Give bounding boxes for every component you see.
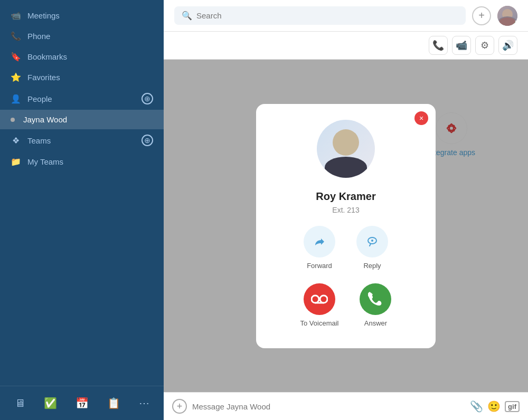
bookmarks-icon: 🔖 — [11, 52, 21, 62]
voicemail-action[interactable]: To Voicemail — [300, 283, 339, 327]
tasks-icon[interactable]: ✅ — [41, 394, 60, 413]
sidebar-item-jayna-wood[interactable]: Jayna Wood — [0, 110, 164, 129]
sidebar-item-label: Bookmarks — [27, 52, 153, 61]
phone-icon: 📞 — [11, 31, 21, 41]
add-teams-button[interactable]: ⊕ — [142, 135, 153, 146]
favorites-icon: ⭐ — [11, 72, 21, 82]
reply-label: Reply — [363, 262, 381, 270]
search-input[interactable] — [196, 11, 458, 20]
volume-button[interactable]: 🔊 — [498, 36, 517, 55]
sidebar-item-people[interactable]: 👤 People ⊕ — [0, 88, 164, 110]
caller-avatar — [317, 120, 375, 178]
volume-icon: 🔊 — [502, 40, 514, 51]
header: 🔍 + — [164, 0, 528, 32]
gif-button[interactable]: gif — [505, 401, 520, 412]
secondary-actions: Forward Reply — [304, 226, 388, 270]
svg-point-5 — [371, 240, 373, 242]
user-avatar[interactable] — [497, 6, 517, 26]
answer-label: Answer — [364, 319, 387, 327]
caller-ext: Ext. 213 — [332, 206, 359, 214]
sidebar: 📹 Meetings 📞 Phone 🔖 Bookmarks ⭐ Favorit… — [0, 0, 164, 420]
avatar-head — [333, 129, 359, 156]
files-icon[interactable]: 📋 — [104, 394, 124, 413]
sidebar-item-meetings[interactable]: 📹 Meetings — [0, 5, 164, 26]
answer-button[interactable] — [360, 283, 391, 315]
people-icon: 👤 — [11, 94, 21, 104]
sidebar-item-label: Teams — [27, 136, 135, 145]
message-add-button[interactable]: + — [172, 399, 187, 414]
call-button[interactable]: 📞 — [429, 36, 448, 55]
voicemail-label: To Voicemail — [300, 319, 339, 327]
message-bar: + 📎 🙂 gif — [164, 392, 528, 420]
contact-name: Jayna Wood — [23, 115, 153, 124]
calendar-icon[interactable]: 📅 — [72, 394, 92, 413]
sidebar-item-phone[interactable]: 📞 Phone — [0, 26, 164, 46]
meetings-icon: 📹 — [11, 11, 21, 21]
plus-icon: + — [478, 9, 485, 22]
emoji-icon[interactable]: 🙂 — [487, 400, 501, 413]
caller-name: Roy Kramer — [316, 190, 375, 203]
online-indicator — [512, 21, 517, 26]
attachment-icon[interactable]: 📎 — [470, 400, 483, 413]
answer-action[interactable]: Answer — [360, 283, 391, 327]
sidebar-item-label: My Teams — [27, 157, 153, 166]
plus-icon: + — [177, 401, 183, 412]
main-panel: 🔍 + 📞 📹 ⚙ 🔊 ted... — [164, 0, 528, 420]
svg-point-7 — [320, 295, 327, 303]
settings-button[interactable]: ⚙ — [475, 36, 494, 55]
teams-icon: ❖ — [11, 136, 21, 146]
close-icon: × — [419, 114, 423, 122]
avatar-body — [325, 157, 367, 178]
voicemail-button[interactable] — [304, 283, 335, 315]
gear-icon: ⚙ — [480, 40, 489, 51]
content-area: ted... Integrate apps × — [164, 60, 528, 392]
reply-action[interactable]: Reply — [356, 226, 388, 270]
add-people-button[interactable]: ⊕ — [142, 93, 153, 104]
forward-action[interactable]: Forward — [304, 226, 335, 270]
svg-point-6 — [312, 295, 319, 303]
video-icon: 📹 — [456, 40, 467, 51]
search-bar[interactable]: 🔍 — [174, 6, 466, 25]
my-teams-icon: 📁 — [11, 157, 21, 167]
reply-button[interactable] — [356, 226, 388, 257]
search-icon: 🔍 — [182, 11, 192, 21]
add-button[interactable]: + — [472, 6, 491, 25]
sidebar-item-label: Meetings — [27, 11, 153, 20]
forward-label: Forward — [307, 262, 332, 270]
sidebar-item-label: Favorites — [27, 73, 153, 82]
close-button[interactable]: × — [414, 111, 428, 125]
sidebar-item-label: Phone — [27, 32, 153, 41]
screen-icon[interactable]: 🖥 — [12, 394, 29, 413]
sidebar-nav: 📹 Meetings 📞 Phone 🔖 Bookmarks ⭐ Favorit… — [0, 0, 164, 386]
sidebar-item-favorites[interactable]: ⭐ Favorites — [0, 67, 164, 88]
message-actions: 📎 🙂 gif — [470, 400, 520, 413]
sidebar-bottom: 🖥 ✅ 📅 📋 ⋯ — [0, 386, 164, 420]
primary-actions: To Voicemail Answer — [300, 283, 392, 327]
sidebar-item-teams[interactable]: ❖ Teams ⊕ — [0, 129, 164, 151]
toolbar: 📞 📹 ⚙ 🔊 — [164, 32, 528, 60]
more-icon[interactable]: ⋯ — [136, 394, 153, 413]
modal-overlay: × Roy Kramer Ext. 213 — [164, 60, 528, 392]
sidebar-item-bookmarks[interactable]: 🔖 Bookmarks — [0, 46, 164, 67]
contact-dot — [11, 118, 15, 122]
sidebar-item-label: People — [27, 94, 135, 103]
incoming-call-modal: × Roy Kramer Ext. 213 — [256, 104, 436, 348]
call-icon: 📞 — [432, 40, 444, 51]
message-input[interactable] — [192, 402, 465, 411]
video-button[interactable]: 📹 — [452, 36, 471, 55]
forward-button[interactable] — [304, 226, 335, 257]
sidebar-item-my-teams[interactable]: 📁 My Teams — [0, 151, 164, 172]
